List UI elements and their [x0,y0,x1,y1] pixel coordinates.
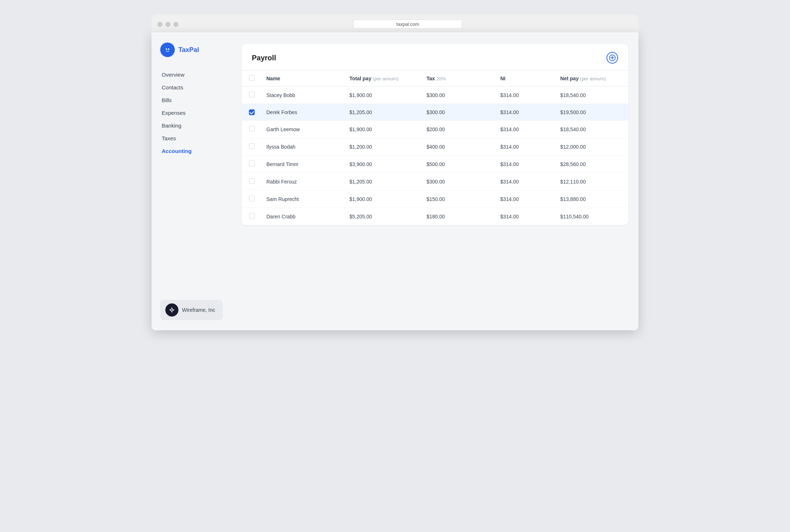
nav-menu: OverviewContactsBillsExpensesBankingTaxe… [160,69,223,300]
browser-chrome: taxpal.com [152,15,638,32]
row-net-pay-1: $19,500.00 [555,104,628,121]
sidebar-item-expenses[interactable]: Expenses [160,107,223,119]
row-checkbox-cell-0 [242,86,261,104]
row-tax-3: $400.00 [421,138,495,156]
traffic-light-close[interactable] [157,22,162,27]
row-name-4: Bernard Timm [261,156,344,173]
header-ni: NI [495,70,555,86]
row-ni-2: $314.00 [495,121,555,138]
row-total-pay-7: $5,205.00 [344,208,421,225]
row-checkbox-cell-5 [242,173,261,190]
row-ni-3: $314.00 [495,138,555,156]
header-net-pay: Net pay (per annum) [555,70,628,86]
sidebar-item-contacts[interactable]: Contacts [160,81,223,93]
row-name-5: Rabbi Ferouz [261,173,344,190]
row-checkbox-cell-6 [242,190,261,208]
row-tax-5: $300.00 [421,173,495,190]
header-total-pay-sub: (per annum) [373,76,399,81]
row-tax-0: $300.00 [421,86,495,104]
row-net-pay-3: $12,000.00 [555,138,628,156]
payroll-table: Name Total pay (per annum) Tax 20% NI [242,70,628,225]
svg-point-2 [168,48,169,50]
row-total-pay-4: $3,900.00 [344,156,421,173]
app-window: TaxPal OverviewContactsBillsExpensesBank… [152,32,638,330]
row-name-0: Stacey Bobb [261,86,344,104]
address-bar-text[interactable]: taxpal.com [353,20,462,29]
traffic-light-minimize[interactable] [165,22,170,27]
sidebar: TaxPal OverviewContactsBillsExpensesBank… [152,32,231,330]
row-name-6: Sam Ruprecht [261,190,344,208]
row-ni-1: $314.00 [495,104,555,121]
logo-area: TaxPal [160,43,223,57]
header-name: Name [261,70,344,86]
row-total-pay-5: $1,205.00 [344,173,421,190]
payroll-card: Payroll Name [242,44,628,225]
add-employee-button[interactable] [606,52,618,64]
traffic-lights [157,22,178,27]
select-all-checkbox[interactable] [249,75,255,81]
payroll-header: Payroll [242,44,628,70]
table-row: Daren Crabb $5,205.00 $180.00 $314.00 $1… [242,208,628,225]
header-checkbox-cell [242,70,261,86]
row-net-pay-5: $12,110.00 [555,173,628,190]
row-total-pay-0: $1,900.00 [344,86,421,104]
row-checkbox-5[interactable] [249,178,255,184]
sidebar-item-overview[interactable]: Overview [160,69,223,81]
table-row: Stacey Bobb $1,900.00 $300.00 $314.00 $1… [242,86,628,104]
table-row: Derek Forbes $1,205.00 $300.00 $314.00 $… [242,104,628,121]
logo-text-black: Tax [178,46,189,53]
payroll-title: Payroll [252,54,276,62]
sidebar-footer: Wireframe, Inc [160,300,223,320]
row-ni-7: $314.00 [495,208,555,225]
row-total-pay-2: $1,900.00 [344,121,421,138]
row-checkbox-7[interactable] [249,213,255,219]
address-bar: taxpal.com [183,20,633,29]
row-checkbox-cell-7 [242,208,261,225]
row-net-pay-6: $13,880.00 [555,190,628,208]
header-net-pay-sub: (per annum) [580,76,606,81]
table-row: Ilyssa Bodah $1,200.00 $400.00 $314.00 $… [242,138,628,156]
header-total-pay: Total pay (per annum) [344,70,421,86]
row-total-pay-6: $1,900.00 [344,190,421,208]
traffic-light-maximize[interactable] [173,22,178,27]
row-ni-4: $314.00 [495,156,555,173]
row-checkbox-3[interactable] [249,143,255,149]
row-checkbox-2[interactable] [249,126,255,132]
company-icon [165,303,178,317]
row-checkbox-cell-2 [242,121,261,138]
row-net-pay-7: $110,540.00 [555,208,628,225]
row-checkbox-4[interactable] [249,161,255,166]
table-row: Garth Leemow $1,900.00 $200.00 $314.00 $… [242,121,628,138]
row-name-1: Derek Forbes [261,104,344,121]
row-tax-6: $150.00 [421,190,495,208]
svg-point-1 [166,48,167,50]
row-name-2: Garth Leemow [261,121,344,138]
row-tax-7: $180.00 [421,208,495,225]
header-tax: Tax 20% [421,70,495,86]
company-name-label: Wireframe, Inc [182,307,215,313]
sidebar-item-banking[interactable]: Banking [160,120,223,132]
table-row: Rabbi Ferouz $1,205.00 $300.00 $314.00 $… [242,173,628,190]
row-name-7: Daren Crabb [261,208,344,225]
row-checkbox-cell-1 [242,104,261,121]
row-net-pay-4: $28,560.00 [555,156,628,173]
header-tax-sub: 20% [436,76,446,81]
svg-point-0 [164,46,171,53]
main-content: Payroll Name [231,32,638,330]
row-checkbox-cell-4 [242,156,261,173]
sidebar-item-accounting[interactable]: Accounting [160,145,223,157]
row-checkbox-1[interactable] [249,109,255,115]
table-row: Sam Ruprecht $1,900.00 $150.00 $314.00 $… [242,190,628,208]
row-tax-1: $300.00 [421,104,495,121]
table-header-row: Name Total pay (per annum) Tax 20% NI [242,70,628,86]
logo-text-blue: Pal [189,46,199,53]
row-checkbox-6[interactable] [249,196,255,201]
row-net-pay-2: $18,540.00 [555,121,628,138]
row-name-3: Ilyssa Bodah [261,138,344,156]
logo-icon [160,43,175,57]
row-checkbox-0[interactable] [249,92,255,97]
sidebar-item-taxes[interactable]: Taxes [160,132,223,144]
row-total-pay-3: $1,200.00 [344,138,421,156]
sidebar-item-bills[interactable]: Bills [160,94,223,106]
row-ni-6: $314.00 [495,190,555,208]
